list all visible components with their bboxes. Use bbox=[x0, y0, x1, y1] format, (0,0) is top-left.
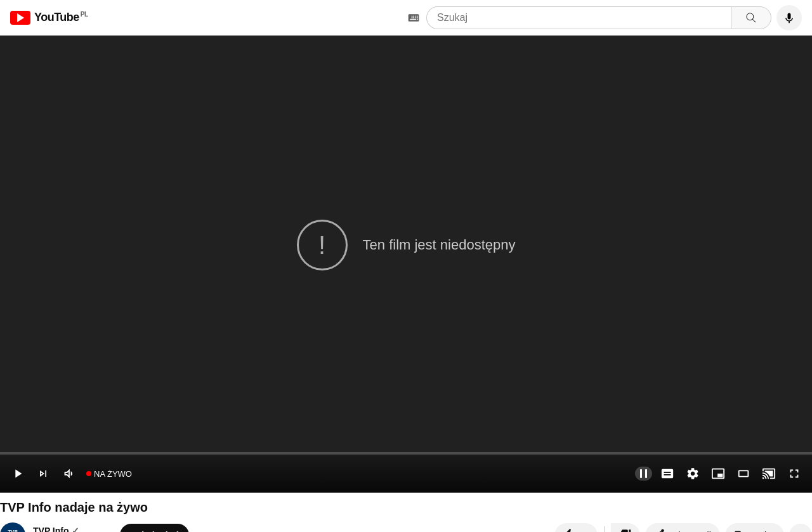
volume-button[interactable] bbox=[58, 463, 79, 484]
save-button[interactable]: Zapisz bbox=[725, 523, 784, 533]
channel-name[interactable]: TVP Info ✓ bbox=[33, 526, 112, 532]
header-left: YouTubePL bbox=[10, 11, 88, 25]
subscribe-button[interactable]: Subskrybuj bbox=[120, 524, 188, 532]
thumbs-down-icon bbox=[620, 528, 631, 533]
youtube-logo-icon bbox=[10, 11, 30, 25]
channel-avatar[interactable]: TVPINFO bbox=[0, 522, 25, 532]
play-icon bbox=[11, 467, 25, 481]
microphone-icon bbox=[783, 11, 796, 24]
like-icon bbox=[563, 528, 575, 533]
save-icon bbox=[734, 528, 745, 533]
video-title: TVP Info nadaje na żywo bbox=[0, 500, 812, 520]
volume-icon bbox=[62, 467, 75, 481]
play-button[interactable] bbox=[8, 463, 28, 484]
cast-button[interactable] bbox=[759, 463, 779, 484]
live-dot bbox=[86, 471, 91, 476]
error-message: Ten film jest niedostępny bbox=[363, 237, 516, 253]
pause-line-2 bbox=[645, 469, 647, 478]
live-text: NA ŻYWO bbox=[94, 469, 132, 479]
pause-line-1 bbox=[640, 469, 642, 478]
header: YouTubePL bbox=[0, 0, 812, 36]
pause-toggle[interactable] bbox=[635, 467, 652, 481]
next-button[interactable] bbox=[33, 463, 53, 484]
verified-icon: ✓ bbox=[72, 526, 79, 532]
save-svg-icon bbox=[734, 528, 745, 533]
settings-button[interactable] bbox=[683, 463, 703, 484]
share-svg-icon bbox=[654, 528, 665, 533]
settings-icon bbox=[686, 467, 700, 481]
video-player[interactable]: ! Ten film jest niedostępny bbox=[0, 36, 812, 493]
fullscreen-icon bbox=[787, 467, 801, 481]
search-button[interactable] bbox=[731, 6, 771, 29]
voice-search-button[interactable] bbox=[776, 5, 802, 30]
subtitles-button[interactable] bbox=[657, 463, 678, 484]
youtube-logo[interactable]: YouTubePL bbox=[10, 11, 88, 25]
error-icon-circle: ! bbox=[297, 220, 348, 270]
dislike-button[interactable] bbox=[611, 523, 640, 533]
video-area: ! Ten film jest niedostępny bbox=[0, 36, 812, 455]
live-badge: NA ŻYWO bbox=[86, 469, 132, 479]
fullscreen-button[interactable] bbox=[784, 463, 804, 484]
miniplayer-icon bbox=[711, 467, 725, 481]
channel-info: TVP Info ✓ 346 tys. subskrybentów bbox=[33, 526, 112, 532]
search-input[interactable] bbox=[426, 6, 731, 29]
more-icon: ⋯ bbox=[794, 529, 807, 532]
next-icon bbox=[37, 467, 49, 480]
cast-icon bbox=[762, 467, 776, 481]
theater-icon bbox=[737, 467, 750, 481]
error-exclamation: ! bbox=[318, 232, 325, 258]
share-icon bbox=[654, 528, 665, 533]
like-button[interactable]: 26 bbox=[554, 523, 598, 533]
video-info: TVP Info nadaje na żywo TVPINFO TVP Info… bbox=[0, 493, 812, 532]
theater-button[interactable] bbox=[733, 463, 754, 484]
share-button[interactable]: Udostępnij bbox=[645, 523, 720, 533]
search-icon bbox=[745, 11, 757, 24]
search-form bbox=[401, 6, 771, 29]
keyboard-button[interactable] bbox=[401, 6, 426, 29]
channel-left: TVPINFO TVP Info ✓ 346 tys. subskrybentó… bbox=[0, 522, 189, 532]
subtitles-icon bbox=[660, 467, 674, 481]
miniplayer-button[interactable] bbox=[708, 463, 728, 484]
country-code: PL bbox=[81, 11, 88, 18]
action-buttons: 26 Udostępnij bbox=[554, 523, 812, 533]
error-overlay: ! Ten film jest niedostępny bbox=[297, 220, 516, 270]
dislike-icon bbox=[620, 528, 631, 533]
controls-bar: NA ŻYWO bbox=[0, 455, 812, 493]
thumbs-up-icon bbox=[563, 528, 575, 533]
more-options-button[interactable]: ⋯ bbox=[789, 524, 812, 532]
keyboard-icon bbox=[407, 11, 420, 24]
youtube-logo-text: YouTubePL bbox=[34, 11, 88, 24]
like-dislike-divider bbox=[604, 526, 605, 532]
search-container bbox=[401, 5, 802, 30]
channel-row: TVPINFO TVP Info ✓ 346 tys. subskrybentó… bbox=[0, 520, 812, 532]
